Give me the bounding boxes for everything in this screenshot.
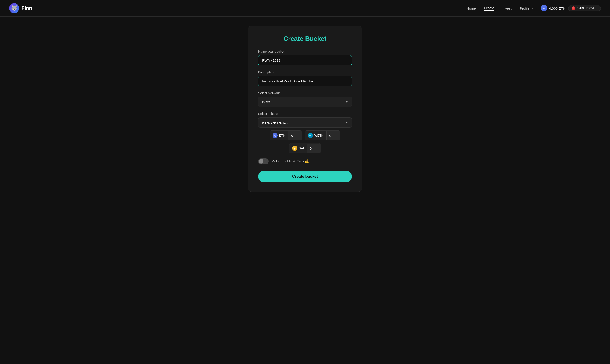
tokens-select-wrapper: ETH, WETH, DAI ETH, USDC WBTC, ETH ▼ (258, 117, 352, 128)
dai-input-group: ◈ DAI (289, 143, 321, 153)
weth-amount-input[interactable] (326, 131, 340, 140)
logo-emoji: 🐺 (11, 5, 17, 11)
network-group: Select Network Base Ethereum Polygon Arb… (258, 91, 352, 107)
public-toggle-row: Make it public & Earn 💰 (258, 158, 352, 164)
app-name: Finn (21, 5, 32, 11)
dai-amount-input[interactable] (307, 144, 321, 153)
description-label: Description (258, 70, 352, 74)
weth-label-text: WETH (314, 134, 324, 137)
eth-balance-value: 0.000 ETH (549, 6, 566, 10)
logo-icon: 🐺 (9, 3, 19, 13)
eth-balance: ⟠ 0.000 ETH (541, 5, 566, 11)
dai-token-icon: ◈ (292, 146, 297, 151)
dai-label-text: DAI (298, 146, 304, 150)
wallet-dot-icon (572, 6, 575, 10)
token-inputs-row-1: ⟠ ETH ⟳ WETH (258, 130, 352, 141)
nav-links: Home Create Invest Profile ▼ (467, 6, 534, 11)
eth-input-group: ⟠ ETH (270, 130, 302, 141)
bucket-name-input[interactable] (258, 55, 352, 65)
card-title: Create Bucket (258, 35, 352, 42)
public-toggle[interactable] (258, 158, 269, 164)
main-content: Create Bucket Name your bucket Descripti… (0, 17, 610, 364)
public-toggle-label: Make it public & Earn 💰 (271, 159, 309, 163)
create-bucket-button[interactable]: Create bucket (258, 171, 352, 182)
tokens-group: Select Tokens ETH, WETH, DAI ETH, USDC W… (258, 112, 352, 153)
wallet-badge[interactable]: 0xF6...E79d4b (568, 5, 601, 11)
eth-label-text: ETH (279, 134, 285, 137)
tokens-label: Select Tokens (258, 112, 352, 116)
dai-token-label: ◈ DAI (289, 143, 307, 153)
weth-input-group: ⟳ WETH (305, 130, 340, 141)
weth-token-icon: ⟳ (308, 133, 313, 138)
name-label: Name your bucket (258, 50, 352, 53)
name-group: Name your bucket (258, 50, 352, 65)
navbar: 🐺 Finn Home Create Invest Profile ▼ ⟠ 0.… (0, 0, 610, 17)
network-label: Select Network (258, 91, 352, 95)
nav-home[interactable]: Home (467, 6, 476, 10)
description-group: Description (258, 70, 352, 86)
token-inputs-row-2: ◈ DAI (258, 143, 352, 153)
eth-token-icon: ⟠ (272, 133, 278, 138)
create-bucket-card: Create Bucket Name your bucket Descripti… (248, 26, 362, 192)
weth-token-label: ⟳ WETH (305, 131, 326, 140)
eth-token-label: ⟠ ETH (270, 131, 288, 140)
wallet-address: 0xF6...E79d4b (577, 6, 597, 10)
nav-profile[interactable]: Profile ▼ (520, 6, 533, 10)
eth-network-icon: ⟠ (541, 5, 547, 11)
network-select-wrapper: Base Ethereum Polygon Arbitrum ▼ (258, 97, 352, 107)
network-select[interactable]: Base Ethereum Polygon Arbitrum (258, 97, 352, 107)
profile-chevron-icon: ▼ (531, 7, 533, 10)
nav-invest[interactable]: Invest (502, 6, 512, 10)
tokens-select[interactable]: ETH, WETH, DAI ETH, USDC WBTC, ETH (258, 117, 352, 128)
nav-right: ⟠ 0.000 ETH 0xF6...E79d4b (541, 5, 601, 11)
nav-create[interactable]: Create (484, 6, 494, 11)
eth-amount-input[interactable] (288, 131, 302, 140)
toggle-slider (258, 158, 269, 164)
description-input[interactable] (258, 76, 352, 86)
logo-area: 🐺 Finn (9, 3, 32, 13)
